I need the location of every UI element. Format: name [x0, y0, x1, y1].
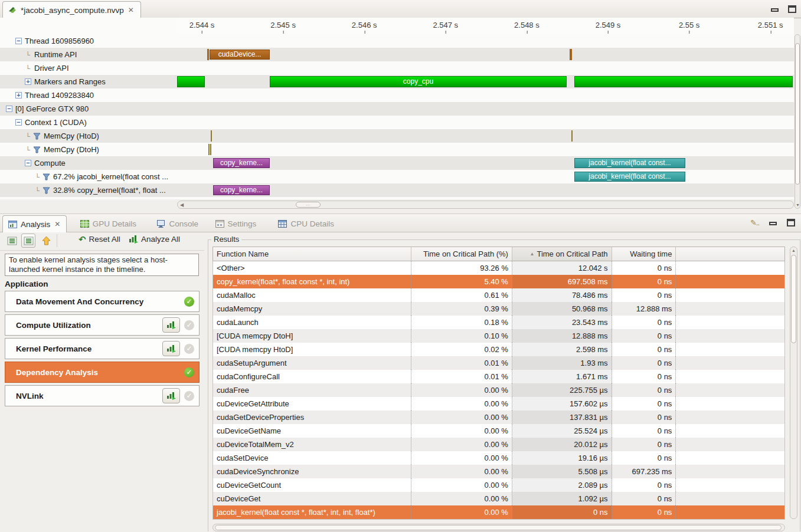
- table-row[interactable]: cudaLaunch0.18 %23.543 ms0 ns: [213, 316, 784, 329]
- timeline-tree-row[interactable]: +Thread 1409283840: [0, 88, 177, 102]
- table-row[interactable]: cudaMalloc0.61 %78.486 ms0 ns: [213, 288, 784, 302]
- table-row[interactable]: cudaSetDevice0.00 %19.16 µs0 ns: [213, 451, 784, 465]
- stage-compute-utilization[interactable]: Compute Utilization✓: [5, 314, 200, 336]
- tab-console[interactable]: Console: [151, 215, 204, 232]
- stage-data-movement-and-concurrency[interactable]: Data Movement And Concurrency✓: [5, 291, 200, 312]
- timeline-tree-row[interactable]: −Thread 1609856960: [0, 34, 177, 48]
- timeline-tree-row[interactable]: −[0] GeForce GTX 980: [0, 102, 177, 116]
- panel-minimize-icon[interactable]: [769, 222, 777, 225]
- expand-icon[interactable]: +: [15, 92, 22, 98]
- filter-icon[interactable]: [33, 146, 41, 153]
- table-row[interactable]: cudaFree0.00 %225.755 µs0 ns: [213, 383, 784, 397]
- timeline-interval-bar[interactable]: jacobi_kernel(float const...: [574, 172, 685, 182]
- timeline-event-tick[interactable]: [571, 130, 573, 142]
- table-row[interactable]: cudaSetupArgument0.01 %1.93 ms0 ns: [213, 356, 784, 370]
- table-row[interactable]: cuDeviceTotalMem_v20.00 %20.012 µs0 ns: [213, 438, 784, 451]
- run-analysis-button[interactable]: [162, 341, 180, 356]
- column-header-empty[interactable]: [676, 247, 784, 261]
- minimize-icon[interactable]: [771, 8, 779, 12]
- table-row[interactable]: cudaMemcpy0.39 %50.968 ms12.888 ms: [213, 302, 784, 316]
- tab-gpu-details[interactable]: GPU Details: [75, 215, 142, 232]
- results-vscroll-thumb[interactable]: [791, 255, 796, 343]
- run-analysis-button[interactable]: [162, 388, 180, 403]
- scroll-down-icon[interactable]: ▼: [796, 203, 800, 207]
- table-row[interactable]: cuDeviceGet0.00 %1.092 µs0 ns: [213, 492, 784, 505]
- timeline-interval-bar[interactable]: cudaDevice...: [210, 50, 270, 60]
- column-header-waiting-time[interactable]: Waiting time: [612, 247, 676, 261]
- timeline-tree-row[interactable]: └32.8% copy_kernel(float*, float ...: [0, 183, 177, 197]
- timeline-vertical-scrollbar[interactable]: ▼: [795, 34, 800, 209]
- reset-all-button[interactable]: ↶ Reset All: [79, 235, 120, 244]
- timeline-hscroll-thumb[interactable]: ⋯: [296, 202, 321, 208]
- filter-icon[interactable]: [42, 173, 50, 180]
- table-row[interactable]: cuDeviceGetAttribute0.00 %157.602 µs0 ns: [213, 397, 784, 411]
- show-analysis-list-button[interactable]: [5, 234, 19, 248]
- table-row[interactable]: cudaDeviceSynchronize0.00 %5.508 µs697.2…: [213, 465, 784, 478]
- table-row[interactable]: <Other>93.26 %12.042 s0 ns: [213, 261, 784, 275]
- collapse-icon[interactable]: −: [6, 106, 12, 112]
- panel-maximize-icon[interactable]: [787, 219, 795, 226]
- cell-function-name: copy_kernel(float*, float const *, int, …: [213, 275, 411, 288]
- timeline-interval-bar[interactable]: [177, 76, 205, 87]
- table-row[interactable]: cuDeviceGetCount0.00 %2.089 µs0 ns: [213, 478, 784, 492]
- timeline-tree-row[interactable]: −Context 1 (CUDA): [0, 116, 177, 129]
- timeline-tree-row[interactable]: └Runtime API: [0, 48, 177, 61]
- table-row[interactable]: cudaConfigureCall0.01 %1.671 ms0 ns: [213, 370, 784, 383]
- timeline-event-tick[interactable]: [211, 130, 212, 142]
- tab-close-icon[interactable]: ✕: [54, 220, 61, 228]
- editor-tab-timeline[interactable]: *jacobi_async_compute.nvvp ✕: [2, 1, 141, 18]
- expand-icon[interactable]: +: [25, 78, 31, 85]
- show-guided-analysis-button[interactable]: [21, 234, 35, 248]
- results-vertical-scrollbar[interactable]: ▲: [790, 247, 797, 519]
- tab-cpu-details[interactable]: CPU Details: [273, 215, 339, 232]
- timeline-tree-row[interactable]: └67.2% jacobi_kernel(float const ...: [0, 170, 177, 183]
- stage-nvlink[interactable]: NVLink✓: [5, 385, 200, 406]
- table-row[interactable]: cudaGetDeviceProperties0.00 %137.831 µs0…: [213, 411, 784, 424]
- timeline-event-tick[interactable]: [207, 49, 209, 60]
- column-header-function-name[interactable]: Function Name: [213, 247, 411, 261]
- editor-tab-close-icon[interactable]: ✕: [127, 6, 135, 14]
- timeline-interval-bar[interactable]: [574, 76, 793, 87]
- column-header-time-on-critical-path-[interactable]: Time on Critical Path (%): [411, 247, 512, 261]
- view-menu-icon[interactable]: ✎..: [750, 218, 759, 227]
- results-hscroll-thumb[interactable]: [215, 525, 782, 530]
- tab-analysis[interactable]: Analysis✕: [2, 215, 67, 232]
- timeline-tree-row[interactable]: └Driver API: [0, 61, 177, 75]
- timeline-event-tick[interactable]: [210, 144, 211, 155]
- timeline-event-tick[interactable]: [570, 49, 572, 60]
- column-header-time-on-critical-path[interactable]: ▲Time on Critical Path: [512, 247, 612, 261]
- timeline-interval-bar[interactable]: jacobi_kernel(float const...: [574, 158, 685, 168]
- back-up-arrow-icon[interactable]: [39, 234, 53, 248]
- table-row[interactable]: [CUDA memcpy DtoH]0.10 %12.888 ms0 ns: [213, 329, 784, 343]
- timeline-interval-bar[interactable]: copy_kerne...: [213, 185, 270, 195]
- collapse-icon[interactable]: −: [15, 38, 22, 44]
- stage-dependency-analysis[interactable]: Dependency Analysis✓: [5, 362, 200, 383]
- scroll-up-icon[interactable]: ▲: [792, 248, 796, 252]
- results-horizontal-scrollbar[interactable]: [212, 524, 785, 531]
- scroll-left-icon[interactable]: ◀: [180, 202, 184, 208]
- collapse-icon[interactable]: −: [15, 119, 22, 126]
- timeline-event-tick[interactable]: [208, 144, 210, 155]
- timeline-vscroll-thumb[interactable]: [795, 43, 800, 185]
- filter-icon[interactable]: [33, 133, 41, 140]
- timeline-interval-bar[interactable]: copy_kerne...: [213, 158, 270, 168]
- timeline-row-track: [177, 116, 794, 129]
- table-row[interactable]: copy_kernel(float*, float const *, int, …: [213, 275, 784, 288]
- timeline-tree-row[interactable]: −Compute: [0, 156, 177, 170]
- collapse-icon[interactable]: −: [25, 160, 31, 166]
- run-analysis-button[interactable]: [162, 317, 180, 333]
- table-row[interactable]: cuDeviceGetName0.00 %25.524 µs0 ns: [213, 424, 784, 438]
- maximize-icon[interactable]: [788, 5, 796, 13]
- timeline-interval-bar[interactable]: copy_cpu: [270, 76, 567, 87]
- filter-icon[interactable]: [42, 187, 50, 194]
- tab-label: Console: [169, 219, 198, 228]
- timeline-tree-row[interactable]: └MemCpy (HtoD): [0, 129, 177, 143]
- table-row[interactable]: jacobi_kernel(float const *, float*, int…: [213, 505, 784, 519]
- table-row[interactable]: [CUDA memcpy HtoD]0.02 %2.598 ms0 ns: [213, 343, 784, 356]
- timeline-tree-row[interactable]: └MemCpy (DtoH): [0, 143, 177, 156]
- timeline-horizontal-scrollbar[interactable]: ◀ ⋯: [177, 201, 794, 209]
- analyze-all-button[interactable]: Analyze All: [129, 235, 180, 244]
- stage-kernel-performance[interactable]: Kernel Performance✓: [5, 338, 200, 359]
- timeline-tree-row[interactable]: +Markers and Ranges: [0, 75, 177, 88]
- tab-settings[interactable]: Settings: [210, 215, 262, 232]
